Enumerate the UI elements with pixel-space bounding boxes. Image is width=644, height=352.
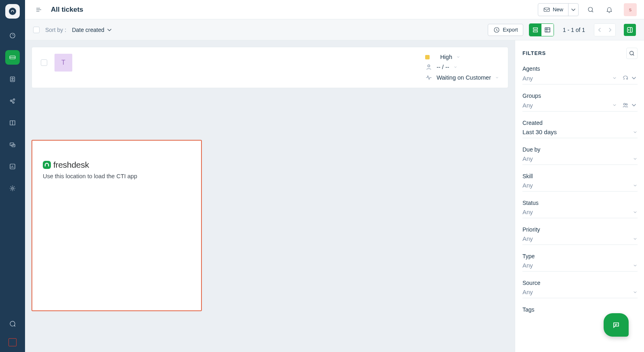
chevron-down-icon — [633, 183, 638, 188]
cti-app-placeholder-panel: freshdesk Use this location to load the … — [31, 140, 202, 311]
ticket-requester-avatar: T — [55, 54, 72, 72]
nav-feedback[interactable] — [5, 316, 20, 331]
svg-point-20 — [624, 103, 626, 105]
ticket-priority-dropdown[interactable]: High — [425, 54, 499, 60]
filter-created-select[interactable]: Last 30 days — [522, 129, 630, 135]
svg-point-3 — [12, 78, 13, 80]
chevron-down-icon — [612, 103, 617, 107]
nav-dashboard[interactable] — [5, 28, 20, 43]
filter-groups-me-button[interactable] — [622, 101, 638, 109]
toggle-filters-button[interactable] — [624, 24, 636, 36]
pager — [594, 23, 616, 36]
filter-groups: Groups Any — [522, 93, 638, 112]
filter-search-button[interactable] — [626, 48, 638, 59]
svg-point-10 — [12, 188, 14, 190]
svg-rect-11 — [544, 8, 550, 11]
new-button-label: New — [553, 6, 563, 13]
svg-rect-14 — [533, 27, 537, 29]
nav-admin[interactable] — [5, 181, 20, 196]
menu-toggle-button[interactable] — [32, 3, 45, 16]
svg-rect-16 — [545, 27, 550, 32]
pagination-text: 1 - 1 of 1 — [563, 27, 585, 33]
filter-due-by-select[interactable]: Any — [522, 155, 630, 162]
chat-widget-button[interactable] — [604, 313, 629, 337]
nav-solutions[interactable] — [5, 116, 20, 130]
filter-type-select[interactable]: Any — [522, 262, 630, 269]
ticket-status-dropdown[interactable]: Waiting on Customer — [425, 74, 499, 81]
notifications-button[interactable] — [603, 3, 616, 16]
nav-analytics[interactable] — [5, 159, 20, 174]
user-avatar[interactable]: s — [624, 3, 637, 16]
filter-created: Created Last 30 days — [522, 120, 638, 138]
filter-priority: Priority Any — [522, 226, 638, 245]
filter-source-select[interactable]: Any — [522, 289, 630, 295]
chevron-down-icon — [633, 156, 638, 161]
chevron-down-icon — [633, 210, 638, 215]
cti-brand-text: freshdesk — [53, 160, 89, 170]
page-title: All tickets — [51, 6, 83, 14]
activity-icon — [425, 74, 432, 81]
filter-source: Source Any — [522, 280, 638, 298]
new-ticket-button-group: New — [538, 3, 579, 16]
chevron-down-icon — [612, 76, 617, 80]
chevron-down-icon — [633, 290, 638, 295]
freshdesk-logo-icon — [43, 161, 51, 169]
filter-status-select[interactable]: Any — [522, 209, 630, 215]
chevron-down-icon — [633, 263, 638, 268]
sort-by-label: Sort by : — [45, 27, 66, 33]
nav-app-highlight-icon[interactable] — [8, 338, 17, 346]
new-ticket-button[interactable]: New — [538, 4, 568, 16]
nav-tickets[interactable] — [5, 50, 20, 65]
export-button[interactable]: Export — [488, 24, 523, 36]
select-all-checkbox[interactable] — [33, 27, 40, 33]
svg-point-12 — [588, 7, 593, 12]
filter-agents: Agents Any — [522, 65, 638, 84]
filter-skill: Skill Any — [522, 173, 638, 192]
people-icon — [622, 101, 629, 109]
svg-point-0 — [10, 33, 15, 38]
chevron-down-icon — [633, 236, 638, 241]
filter-groups-select[interactable]: Any — [522, 102, 610, 109]
filter-due-by: Due by Any — [522, 146, 638, 165]
filter-status: Status Any — [522, 200, 638, 218]
svg-point-18 — [428, 65, 430, 67]
view-toggle — [529, 23, 554, 36]
card-view-button[interactable] — [529, 24, 541, 36]
sort-by-dropdown[interactable]: Date created — [72, 26, 113, 34]
left-nav-rail — [0, 0, 25, 352]
filter-agents-me-button[interactable] — [622, 74, 638, 82]
prev-page-button[interactable] — [594, 24, 605, 36]
cti-description: Use this location to load the CTI app — [43, 173, 193, 179]
svg-point-21 — [626, 104, 627, 105]
ticket-card[interactable]: T High -- / -- — [31, 47, 508, 88]
nav-chat[interactable] — [5, 137, 20, 152]
nav-automations[interactable] — [5, 94, 20, 108]
filter-type: Type Any — [522, 253, 638, 272]
next-page-button[interactable] — [605, 24, 615, 36]
filter-agents-select[interactable]: Any — [522, 75, 610, 82]
priority-indicator-icon — [425, 55, 430, 59]
brand-logo[interactable] — [5, 4, 20, 19]
table-view-button[interactable] — [541, 24, 554, 36]
filter-tags: Tags — [522, 306, 638, 313]
ticket-list-area: T High -- / -- — [25, 40, 515, 352]
top-bar: All tickets New s — [25, 0, 644, 19]
filter-priority-select[interactable]: Any — [522, 235, 630, 242]
nav-contacts[interactable] — [5, 72, 20, 86]
content-area: T High -- / -- — [25, 40, 644, 352]
chevron-down-icon — [633, 130, 638, 135]
agent-icon — [425, 63, 432, 71]
filters-panel: FILTERS Agents Any Groups — [515, 40, 644, 352]
ticket-assignee-dropdown[interactable]: -- / -- — [425, 63, 499, 71]
filters-title: FILTERS — [522, 51, 546, 56]
headset-icon — [622, 74, 629, 82]
filter-skill-select[interactable]: Any — [522, 182, 630, 189]
svg-rect-15 — [533, 30, 537, 32]
ticket-select-checkbox[interactable] — [41, 59, 47, 66]
list-toolbar: Sort by : Date created Export 1 - 1 of 1 — [25, 19, 644, 40]
global-search-button[interactable] — [584, 3, 597, 16]
new-ticket-dropdown[interactable] — [568, 4, 578, 16]
